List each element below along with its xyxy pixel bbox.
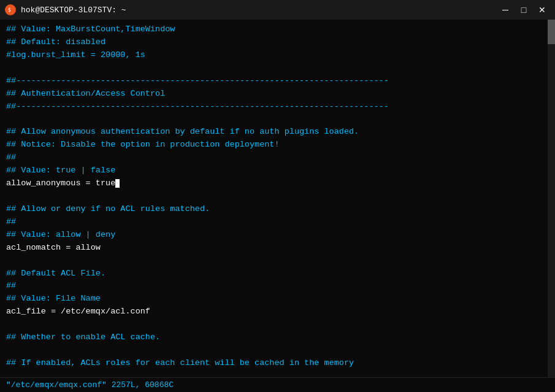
line-21: ## [6,281,16,290]
line-3: #log.burst_limit = 20000, 1s [6,50,145,60]
terminal-content: ## Value: MaxBurstCount,TimeWindow ## De… [6,23,549,370]
line-11: ## [6,153,16,162]
maximize-button[interactable]: □ [516,2,532,18]
line-7: ##--------------------------------------… [6,102,389,111]
line-20: ## Default ACL File. [6,269,105,278]
status-text: "/etc/emqx/emqx.conf" 2257L, 60868C [6,380,174,390]
line-9: ## Allow anonymous authentication by def… [6,127,359,136]
line-23: acl_file = /etc/emqx/acl.conf [6,307,150,316]
window-title: hok@DESKTOP-3L07STV: ~ [21,6,497,15]
line-5: ##--------------------------------------… [6,76,389,85]
line-13: allow_anonymous = true [6,179,120,188]
line-10: ## Notice: Disable the option in product… [6,140,280,149]
scrollbar-thumb[interactable] [548,20,555,44]
line-27: ## If enabled, ACLs roles for each clien… [6,358,354,367]
line-12: ## Value: true | false [6,166,115,175]
line-6: ## Authentication/Access Control [6,89,165,98]
title-bar: $ hok@DESKTOP-3L07STV: ~ ─ □ ✕ [0,0,555,20]
line-1: ## Value: MaxBurstCount,TimeWindow [6,25,175,34]
minimize-button[interactable]: ─ [497,2,513,18]
cursor [115,179,120,188]
terminal-body: ## Value: MaxBurstCount,TimeWindow ## De… [0,20,555,377]
line-17: ## Value: allow | deny [6,230,115,239]
line-25: ## Whether to enable ACL cache. [6,332,160,342]
line-18: acl_nomatch = allow [6,243,101,252]
line-16: ## [6,217,16,226]
close-button[interactable]: ✕ [534,2,550,18]
scrollbar[interactable] [548,20,555,377]
line-2: ## Default: disabled [6,37,105,47]
line-22: ## Value: File Name [6,294,101,303]
window-controls: ─ □ ✕ [497,2,550,18]
svg-text:$: $ [8,7,11,13]
line-15: ## Allow or deny if no ACL rules matched… [6,204,210,213]
status-bar: "/etc/emqx/emqx.conf" 2257L, 60868C [0,377,555,392]
app-icon: $ [5,4,16,15]
